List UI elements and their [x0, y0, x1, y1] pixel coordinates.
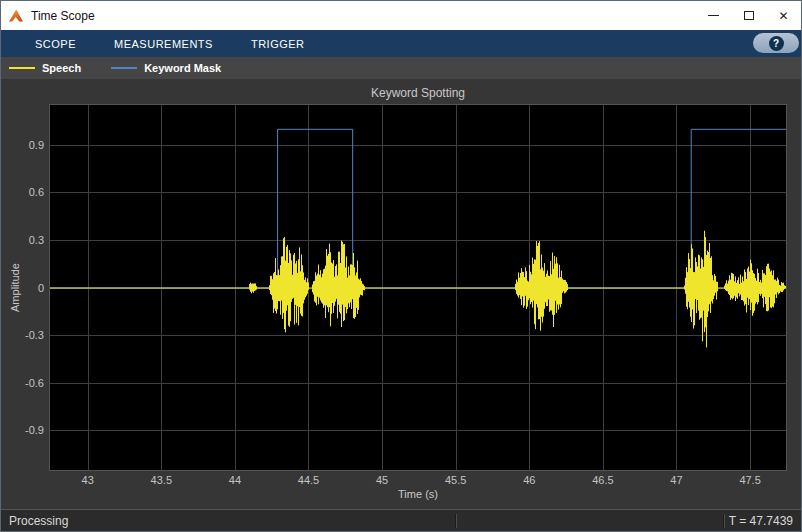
x-tick-label: 44 [229, 474, 241, 486]
x-tick-label: 45 [376, 474, 388, 486]
maximize-button[interactable] [731, 1, 766, 30]
x-tick-label: 43.5 [151, 474, 172, 486]
legend-item-speech[interactable]: Speech [9, 62, 81, 74]
y-tick-label: -0.3 [1, 329, 44, 341]
time-scope-window: Time Scope ✕ SCOPE MEASUREMENTS TRIGGER … [0, 0, 802, 532]
y-tick-label: 0.6 [1, 186, 44, 198]
x-tick-label: 43 [82, 474, 94, 486]
tab-scope[interactable]: SCOPE [35, 38, 76, 50]
legend: Speech Keyword Mask [1, 57, 801, 79]
help-icon: ? [769, 36, 784, 51]
matlab-logo-icon [9, 10, 23, 22]
titlebar: Time Scope ✕ [1, 1, 801, 30]
y-tick-label: -0.6 [1, 377, 44, 389]
x-tick-label: 44.5 [298, 474, 319, 486]
toolstrip-tabs: SCOPE MEASUREMENTS TRIGGER ? [1, 30, 801, 57]
legend-label-speech: Speech [42, 62, 81, 74]
minimize-button[interactable] [696, 1, 731, 30]
simulation-time: T = 47.7439 [729, 514, 793, 528]
tab-measurements[interactable]: MEASUREMENTS [114, 38, 213, 50]
status-text: Processing [9, 514, 68, 528]
minimize-icon [708, 15, 719, 16]
status-divider [455, 514, 457, 528]
window-title: Time Scope [31, 9, 95, 23]
status-bar: Processing T = 47.7439 [1, 509, 801, 531]
x-tick-label: 47 [670, 474, 682, 486]
x-tick-label: 46 [523, 474, 535, 486]
close-icon: ✕ [778, 10, 788, 22]
legend-item-keyword-mask[interactable]: Keyword Mask [111, 62, 221, 74]
status-divider [723, 514, 725, 528]
status-section [461, 510, 719, 531]
window-controls: ✕ [696, 1, 801, 30]
help-button[interactable]: ? [753, 33, 799, 53]
speech-line-swatch [9, 67, 35, 69]
maximize-icon [744, 11, 754, 20]
x-tick-label: 45.5 [445, 474, 466, 486]
y-tick-label: -0.9 [1, 424, 44, 436]
y-tick-label: 0 [1, 282, 44, 294]
plot-title: Keyword Spotting [371, 86, 465, 100]
y-tick-label: 0.3 [1, 234, 44, 246]
plot-figure: Keyword Spotting Amplitude Time (s) 4343… [1, 79, 801, 509]
plot-area[interactable] [49, 104, 787, 471]
x-tick-label: 46.5 [592, 474, 613, 486]
x-tick-label: 47.5 [739, 474, 760, 486]
close-button[interactable]: ✕ [766, 1, 801, 30]
y-tick-label: 0.9 [1, 139, 44, 151]
x-axis-label: Time (s) [398, 488, 438, 500]
legend-label-keyword-mask: Keyword Mask [144, 62, 221, 74]
tab-trigger[interactable]: TRIGGER [251, 38, 305, 50]
keyword-mask-line-swatch [111, 67, 137, 69]
